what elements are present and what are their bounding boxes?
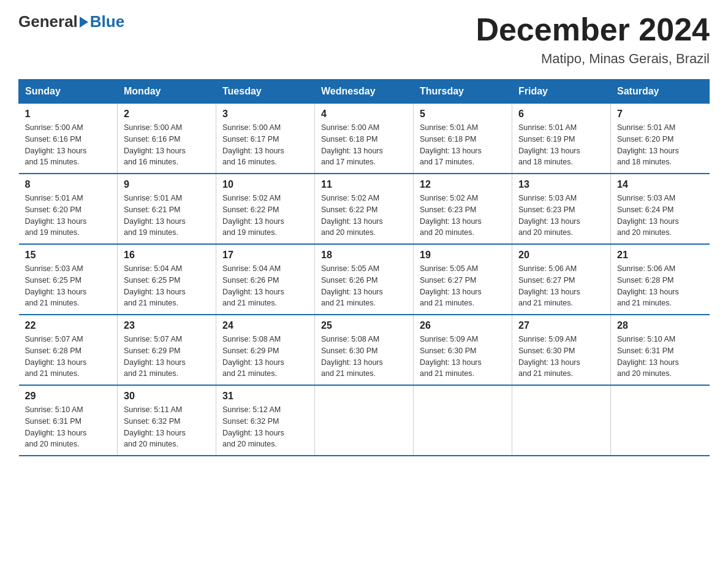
day-number: 19 [420, 250, 506, 261]
day-number: 23 [124, 320, 210, 331]
day-number: 12 [420, 179, 506, 190]
day-number: 17 [222, 250, 308, 261]
day-number: 11 [321, 179, 407, 190]
day-number: 14 [617, 179, 703, 190]
day-info: Sunrise: 5:09 AMSunset: 6:30 PMDaylight:… [420, 334, 506, 380]
calendar-cell [512, 385, 611, 456]
calendar-cell: 2Sunrise: 5:00 AMSunset: 6:16 PMDaylight… [118, 104, 216, 174]
day-number: 31 [222, 391, 308, 402]
day-info: Sunrise: 5:10 AMSunset: 6:31 PMDaylight:… [617, 334, 703, 380]
day-info: Sunrise: 5:06 AMSunset: 6:27 PMDaylight:… [518, 263, 604, 309]
calendar-cell: 28Sunrise: 5:10 AMSunset: 6:31 PMDayligh… [611, 315, 710, 385]
title-section: December 2024 Matipo, Minas Gerais, Braz… [476, 12, 710, 67]
day-number: 18 [321, 250, 407, 261]
day-info: Sunrise: 5:03 AMSunset: 6:24 PMDaylight:… [617, 193, 703, 239]
day-info: Sunrise: 5:05 AMSunset: 6:27 PMDaylight:… [420, 263, 506, 309]
day-number: 21 [617, 250, 703, 261]
calendar-cell: 8Sunrise: 5:01 AMSunset: 6:20 PMDaylight… [19, 174, 118, 244]
day-info: Sunrise: 5:07 AMSunset: 6:29 PMDaylight:… [124, 334, 210, 380]
day-info: Sunrise: 5:01 AMSunset: 6:19 PMDaylight:… [518, 122, 604, 168]
day-info: Sunrise: 5:01 AMSunset: 6:20 PMDaylight:… [617, 122, 703, 168]
day-info: Sunrise: 5:04 AMSunset: 6:25 PMDaylight:… [124, 263, 210, 309]
header-day-thursday: Thursday [414, 80, 512, 104]
day-number: 24 [222, 320, 308, 331]
calendar-cell: 5Sunrise: 5:01 AMSunset: 6:18 PMDaylight… [414, 104, 512, 174]
day-info: Sunrise: 5:00 AMSunset: 6:17 PMDaylight:… [222, 122, 308, 168]
calendar-week-row: 1Sunrise: 5:00 AMSunset: 6:16 PMDaylight… [19, 104, 710, 174]
day-number: 8 [25, 179, 112, 190]
day-info: Sunrise: 5:00 AMSunset: 6:18 PMDaylight:… [321, 122, 407, 168]
calendar-cell: 3Sunrise: 5:00 AMSunset: 6:17 PMDaylight… [216, 104, 315, 174]
calendar-cell: 9Sunrise: 5:01 AMSunset: 6:21 PMDaylight… [118, 174, 216, 244]
calendar-cell: 15Sunrise: 5:03 AMSunset: 6:25 PMDayligh… [19, 244, 118, 315]
calendar-cell: 23Sunrise: 5:07 AMSunset: 6:29 PMDayligh… [118, 315, 216, 385]
calendar-week-row: 8Sunrise: 5:01 AMSunset: 6:20 PMDaylight… [19, 174, 710, 244]
calendar-cell [414, 385, 512, 456]
day-info: Sunrise: 5:02 AMSunset: 6:23 PMDaylight:… [420, 193, 506, 239]
calendar-cell: 19Sunrise: 5:05 AMSunset: 6:27 PMDayligh… [414, 244, 512, 315]
day-info: Sunrise: 5:06 AMSunset: 6:28 PMDaylight:… [617, 263, 703, 309]
day-number: 27 [518, 320, 604, 331]
day-info: Sunrise: 5:12 AMSunset: 6:32 PMDaylight:… [222, 404, 308, 450]
day-info: Sunrise: 5:04 AMSunset: 6:26 PMDaylight:… [222, 263, 308, 309]
day-info: Sunrise: 5:02 AMSunset: 6:22 PMDaylight:… [321, 193, 407, 239]
header-day-friday: Friday [512, 80, 611, 104]
day-info: Sunrise: 5:08 AMSunset: 6:29 PMDaylight:… [222, 334, 308, 380]
logo-triangle-icon [80, 17, 88, 28]
calendar-cell: 10Sunrise: 5:02 AMSunset: 6:22 PMDayligh… [216, 174, 315, 244]
day-number: 13 [518, 179, 604, 190]
logo: General Blue [18, 12, 124, 31]
calendar-cell: 11Sunrise: 5:02 AMSunset: 6:22 PMDayligh… [315, 174, 414, 244]
day-number: 3 [222, 109, 308, 120]
calendar-cell: 25Sunrise: 5:08 AMSunset: 6:30 PMDayligh… [315, 315, 414, 385]
day-info: Sunrise: 5:09 AMSunset: 6:30 PMDaylight:… [518, 334, 604, 380]
day-number: 9 [124, 179, 210, 190]
calendar-subtitle: Matipo, Minas Gerais, Brazil [476, 51, 710, 67]
day-number: 1 [25, 109, 112, 120]
day-number: 22 [25, 320, 112, 331]
day-info: Sunrise: 5:02 AMSunset: 6:22 PMDaylight:… [222, 193, 308, 239]
day-info: Sunrise: 5:01 AMSunset: 6:18 PMDaylight:… [420, 122, 506, 168]
day-number: 4 [321, 109, 407, 120]
day-info: Sunrise: 5:08 AMSunset: 6:30 PMDaylight:… [321, 334, 407, 380]
calendar-cell: 16Sunrise: 5:04 AMSunset: 6:25 PMDayligh… [118, 244, 216, 315]
day-number: 10 [222, 179, 308, 190]
page-header: General Blue December 2024 Matipo, Minas… [18, 12, 710, 67]
day-info: Sunrise: 5:01 AMSunset: 6:21 PMDaylight:… [124, 193, 210, 239]
header-day-saturday: Saturday [611, 80, 710, 104]
calendar-cell [315, 385, 414, 456]
day-number: 30 [124, 391, 210, 402]
calendar-cell: 18Sunrise: 5:05 AMSunset: 6:26 PMDayligh… [315, 244, 414, 315]
day-number: 5 [420, 109, 506, 120]
calendar-cell: 30Sunrise: 5:11 AMSunset: 6:32 PMDayligh… [118, 385, 216, 456]
calendar-cell: 6Sunrise: 5:01 AMSunset: 6:19 PMDaylight… [512, 104, 611, 174]
logo-blue-text: Blue [90, 12, 124, 31]
day-number: 7 [617, 109, 703, 120]
day-info: Sunrise: 5:03 AMSunset: 6:23 PMDaylight:… [518, 193, 604, 239]
day-info: Sunrise: 5:10 AMSunset: 6:31 PMDaylight:… [25, 404, 112, 450]
calendar-cell: 20Sunrise: 5:06 AMSunset: 6:27 PMDayligh… [512, 244, 611, 315]
calendar-cell: 17Sunrise: 5:04 AMSunset: 6:26 PMDayligh… [216, 244, 315, 315]
header-day-tuesday: Tuesday [216, 80, 315, 104]
day-info: Sunrise: 5:01 AMSunset: 6:20 PMDaylight:… [25, 193, 112, 239]
day-number: 28 [617, 320, 703, 331]
day-info: Sunrise: 5:00 AMSunset: 6:16 PMDaylight:… [124, 122, 210, 168]
day-number: 20 [518, 250, 604, 261]
calendar-week-row: 15Sunrise: 5:03 AMSunset: 6:25 PMDayligh… [19, 244, 710, 315]
day-number: 25 [321, 320, 407, 331]
day-info: Sunrise: 5:00 AMSunset: 6:16 PMDaylight:… [25, 122, 112, 168]
day-info: Sunrise: 5:11 AMSunset: 6:32 PMDaylight:… [124, 404, 210, 450]
day-number: 16 [124, 250, 210, 261]
header-day-monday: Monday [118, 80, 216, 104]
calendar-header-row: SundayMondayTuesdayWednesdayThursdayFrid… [19, 80, 710, 104]
calendar-cell: 24Sunrise: 5:08 AMSunset: 6:29 PMDayligh… [216, 315, 315, 385]
calendar-cell [611, 385, 710, 456]
calendar-cell: 22Sunrise: 5:07 AMSunset: 6:28 PMDayligh… [19, 315, 118, 385]
calendar-cell: 4Sunrise: 5:00 AMSunset: 6:18 PMDaylight… [315, 104, 414, 174]
calendar-cell: 14Sunrise: 5:03 AMSunset: 6:24 PMDayligh… [611, 174, 710, 244]
calendar-cell: 26Sunrise: 5:09 AMSunset: 6:30 PMDayligh… [414, 315, 512, 385]
calendar-cell: 1Sunrise: 5:00 AMSunset: 6:16 PMDaylight… [19, 104, 118, 174]
calendar-title: December 2024 [476, 12, 710, 47]
calendar-cell: 27Sunrise: 5:09 AMSunset: 6:30 PMDayligh… [512, 315, 611, 385]
calendar-week-row: 29Sunrise: 5:10 AMSunset: 6:31 PMDayligh… [19, 385, 710, 456]
